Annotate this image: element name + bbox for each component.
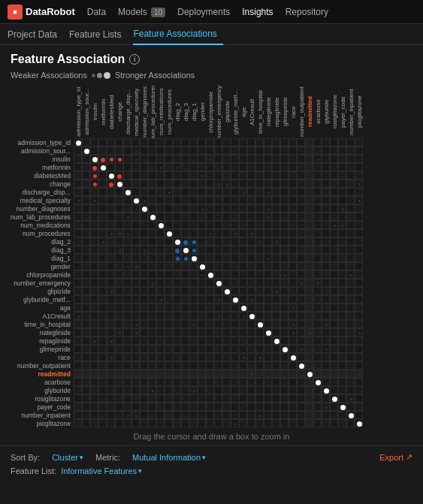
grid-cell [338,320,346,328]
grid-cell [322,312,330,320]
association-dot [93,174,97,178]
diagonal-dot [299,364,304,369]
grid-cell [222,320,231,328]
weak-dot [210,233,212,235]
grid-cell [198,163,206,171]
feature-list-value[interactable]: Informative Features ▾ [61,466,142,475]
col-label: readmitted [305,86,313,138]
col-label: insulin [90,86,98,138]
grid-cell [346,188,355,196]
weak-dot [350,274,352,276]
subnav-feature-lists[interactable]: Feature Lists [69,25,127,44]
grid-cell [173,295,181,303]
export-button[interactable]: Export ↗ [379,452,412,462]
grid-cell [222,171,231,180]
grid-cell [297,361,305,370]
diagonal-dot [134,198,139,204]
grid-cell [156,353,165,361]
grid-cell [289,188,297,196]
grid-cell [247,146,255,155]
grid-cell [289,328,297,337]
grid-cell [107,403,115,411]
grid-cell [198,180,206,188]
grid-cell [173,337,181,345]
grid-cell [346,345,355,353]
grid-cell [181,337,189,345]
grid-cell [90,213,98,221]
grid-cell [222,378,231,386]
grid-cell [346,386,355,394]
grid-cell [214,237,222,246]
grid-cell [107,279,115,287]
grid-cell [107,146,115,155]
grid-cell [198,303,206,312]
grid-cell [123,163,131,171]
sort-value[interactable]: Cluster ▾ [52,453,83,462]
grid-cell [214,171,222,180]
grid-cell [297,378,305,386]
grid-cell [272,196,280,204]
grid-cell [173,237,181,246]
table-row [74,403,363,411]
grid-cell [305,196,313,204]
nav-insights[interactable]: Insights [242,2,273,22]
nav-models[interactable]: Models 10 [118,2,165,22]
grid-cell [289,138,297,146]
info-icon[interactable]: i [129,54,140,65]
grid-cell [355,312,363,320]
grid-cell [173,262,181,270]
row-label: insulin [11,155,74,163]
grid-cell [239,279,247,287]
grid-cell [148,237,156,246]
grid-container[interactable] [74,138,363,427]
diagonal-dot [183,248,189,253]
grid-cell [297,328,305,337]
matrix-area: admission_type_idadmission_sour...insuli… [11,86,412,427]
grid-cell [189,411,198,419]
grid-cell [305,370,313,378]
diagonal-dot [249,314,255,319]
grid-cell [165,370,173,378]
grid-cell [123,254,131,262]
grid-cell [148,337,156,345]
grid-cell [239,254,247,262]
grid-cell [305,295,313,303]
grid-cell [255,146,264,155]
grid-cell [131,180,140,188]
nav-repository[interactable]: Repository [286,2,328,22]
export-icon: ↗ [406,452,412,462]
grid-cell [165,287,173,295]
grid-cell [107,386,115,394]
grid-cell [255,394,264,403]
grid-cell [189,138,198,146]
nav-deployments[interactable]: Deployments [177,2,230,22]
grid-cell [297,138,305,146]
grid-cell [255,270,264,279]
association-dot [184,257,188,261]
grid-cell [231,394,239,403]
table-row [74,295,363,303]
grid-cell [165,403,173,411]
grid-cell [355,378,363,386]
grid-cell [338,394,346,403]
grid-cell [272,237,280,246]
grid-cell [98,246,107,254]
subnav-project-data[interactable]: Project Data [8,25,63,44]
grid-cell [165,394,173,403]
grid-cell [289,303,297,312]
grid-cell [115,337,123,345]
row-label: diag_2 [11,237,74,246]
grid-cell [297,237,305,246]
grid-cell [280,213,289,221]
grid-cell [355,213,363,221]
grid-cell [214,361,222,370]
grid-cell [330,370,338,378]
metric-value[interactable]: Mutual Information ▾ [132,453,206,462]
subnav-feature-associations[interactable]: Feature Associations [133,24,222,45]
col-label: pioglitazone [355,86,363,138]
grid-cell [107,180,115,188]
grid-cell [156,146,165,155]
grid-cell [148,204,156,213]
grid-cell [206,419,214,427]
nav-data[interactable]: Data [87,2,106,22]
